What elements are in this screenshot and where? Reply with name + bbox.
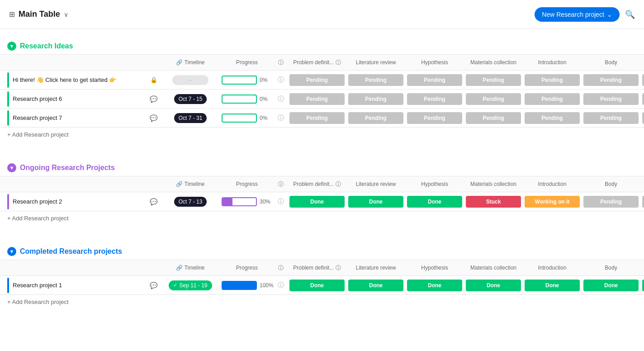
- row-color-bar-rp6: [7, 91, 9, 107]
- info-icon-rp2[interactable]: ⓘ: [278, 198, 284, 206]
- table-row-rp2: Research project 2💬Oct 7 - 1330%ⓘDoneDon…: [0, 192, 644, 211]
- search-icon[interactable]: 🔍: [625, 9, 635, 19]
- status-cell-rp1-1[interactable]: Done: [346, 279, 405, 292]
- table-row-rp1: Research project 1💬✓ Sep 11 - 19100%ⓘDon…: [0, 276, 644, 295]
- status-cell-rp7-3[interactable]: Pending: [464, 111, 523, 125]
- status-cell-rp7-2[interactable]: Pending: [405, 111, 464, 125]
- add-row-text-research-ideas: + Add Research project: [7, 131, 69, 138]
- status-cell-rp7-1[interactable]: Pending: [346, 111, 405, 125]
- row-color-bar-rp1: [7, 278, 9, 293]
- status-cell-rp2-0[interactable]: Done: [288, 195, 346, 209]
- row-name-text-rp1[interactable]: Research project 1: [13, 282, 146, 289]
- timeline-cell-rp7[interactable]: Oct 7 - 31: [161, 113, 220, 123]
- status-cell-rp6-0[interactable]: Pending: [288, 92, 346, 106]
- row-comment-icon-rp7[interactable]: 💬: [150, 114, 157, 122]
- status-cell-rp7-5[interactable]: Pending: [582, 111, 640, 125]
- progress-pct-rp2: 30%: [260, 199, 272, 205]
- col-header-5: Literature review: [346, 178, 405, 190]
- status-badge-rp1-0: Done: [289, 280, 345, 291]
- row-color-bar-rp7: [7, 110, 9, 126]
- status-badge-rp7-0: Pending: [289, 112, 345, 124]
- add-row-ongoing[interactable]: + Add Research project: [0, 211, 644, 225]
- row-comment-icon-rp2[interactable]: 💬: [150, 198, 157, 205]
- status-cell-rp7-4[interactable]: Pending: [523, 111, 582, 125]
- status-cell-rp1-2[interactable]: Done: [405, 279, 464, 292]
- status-cell-rp2-5[interactable]: Pending: [582, 195, 640, 209]
- group-indicator-research-ideas[interactable]: ▼: [7, 42, 16, 51]
- status-cell-rp1-4[interactable]: Done: [523, 279, 582, 292]
- row-name-text-rp2[interactable]: Research project 2: [13, 198, 146, 205]
- status-cell-rp1-5[interactable]: Done: [582, 279, 640, 292]
- table-row-rp6: Research project 6💬Oct 7 - 150%ⓘPendingP…: [0, 90, 644, 109]
- status-cell-rp7-0[interactable]: Pending: [288, 111, 346, 125]
- status-badge-rp1-6: Done: [642, 280, 644, 291]
- row-name-text-rp6[interactable]: Research project 6: [13, 95, 146, 102]
- row-comment-icon-rp6[interactable]: 💬: [150, 95, 157, 103]
- timeline-cell-rp6[interactable]: Oct 7 - 15: [161, 94, 220, 104]
- status-cell-hi-there-3[interactable]: Pending: [464, 73, 523, 87]
- new-research-project-button[interactable]: New Research project ⌄: [535, 7, 620, 22]
- row-name-cell-rp1: Research project 1💬: [7, 278, 161, 293]
- info-icon-cell-rp1: ⓘ: [274, 281, 288, 289]
- group-name-research-ideas: Research Ideas: [20, 42, 73, 50]
- status-cell-rp2-2[interactable]: Done: [405, 195, 464, 209]
- header-chevron-icon[interactable]: ∨: [64, 11, 68, 18]
- status-cell-hi-there-2[interactable]: Pending: [405, 73, 464, 87]
- status-cell-rp6-5[interactable]: Pending: [582, 92, 640, 106]
- status-cell-rp2-3[interactable]: Stuck: [464, 195, 523, 209]
- status-cell-rp2-4[interactable]: Working on it: [523, 195, 582, 209]
- timeline-placeholder-hi-there: -: [172, 75, 208, 85]
- status-badge-hi-there-4: Pending: [525, 74, 580, 86]
- status-cell-rp1-3[interactable]: Done: [464, 279, 523, 292]
- status-cell-rp1-6[interactable]: Done: [640, 279, 644, 292]
- col-header-8: Introduction: [523, 57, 582, 68]
- status-badge-rp7-1: Pending: [348, 112, 403, 124]
- status-cell-hi-there-6[interactable]: Pending: [640, 73, 644, 87]
- status-cell-hi-there-0[interactable]: Pending: [288, 73, 346, 87]
- timeline-cell-rp1[interactable]: ✓ Sep 11 - 19: [161, 280, 220, 290]
- info-icon-rp1[interactable]: ⓘ: [278, 281, 284, 289]
- main-content: ▼Research Ideas🔗 TimelineProgressⓘProble…: [0, 29, 644, 336]
- status-badge-rp1-3: Done: [466, 280, 521, 291]
- status-cell-rp6-1[interactable]: Pending: [346, 92, 405, 106]
- progress-cell-rp6: 0%: [220, 95, 274, 104]
- group-indicator-completed[interactable]: ▼: [7, 247, 16, 256]
- status-cell-rp2-6[interactable]: Pending: [640, 195, 644, 209]
- status-cell-rp6-4[interactable]: Pending: [523, 92, 582, 106]
- status-cell-rp6-3[interactable]: Pending: [464, 92, 523, 106]
- status-cell-rp7-6[interactable]: Pending: [640, 111, 644, 125]
- row-info-icon-hi-there[interactable]: 🔒: [150, 76, 157, 83]
- status-badge-rp1-5: Done: [583, 280, 639, 291]
- status-cell-rp2-1[interactable]: Done: [346, 195, 405, 209]
- status-badge-rp7-5: Pending: [583, 112, 639, 124]
- row-name-text-rp7[interactable]: Research project 7: [13, 114, 146, 121]
- info-icon-cell-rp6: ⓘ: [274, 95, 288, 103]
- status-badge-rp2-4: Working on it: [525, 196, 580, 208]
- col-header-4: Problem definit... ⓘ: [288, 261, 346, 275]
- row-name-cell-rp2: Research project 2💬: [7, 194, 161, 209]
- info-icon-rp7[interactable]: ⓘ: [278, 114, 284, 122]
- row-name-text-hi-there[interactable]: Hi there! 👋 Click here to get started 👉: [13, 76, 147, 83]
- add-row-text-completed: + Add Research project: [7, 299, 69, 305]
- group-name-completed: Completed Research projects: [20, 247, 122, 256]
- status-cell-rp6-6[interactable]: Pending: [640, 92, 644, 106]
- status-cell-hi-there-1[interactable]: Pending: [346, 73, 405, 87]
- progress-bar-wrap-hi-there: [222, 76, 257, 85]
- progress-pct-rp1: 100%: [260, 282, 272, 289]
- status-cell-hi-there-5[interactable]: Pending: [582, 73, 640, 87]
- col-header-2: Progress: [220, 178, 274, 190]
- add-row-research-ideas[interactable]: + Add Research project: [0, 128, 644, 142]
- status-cell-rp6-2[interactable]: Pending: [405, 92, 464, 106]
- timeline-cell-rp2[interactable]: Oct 7 - 13: [161, 197, 220, 207]
- table-row-rp7: Research project 7💬Oct 7 - 310%ⓘPendingP…: [0, 109, 644, 128]
- info-icon-rp6[interactable]: ⓘ: [278, 95, 284, 103]
- status-cell-rp1-0[interactable]: Done: [288, 279, 346, 292]
- row-comment-icon-rp1[interactable]: 💬: [150, 282, 157, 289]
- group-section-research-ideas: ▼Research Ideas🔗 TimelineProgressⓘProble…: [0, 38, 644, 142]
- group-header-research-ideas: ▼Research Ideas: [0, 38, 644, 54]
- status-cell-hi-there-4[interactable]: Pending: [523, 73, 582, 87]
- group-indicator-ongoing[interactable]: ▼: [7, 163, 16, 172]
- timeline-cell-hi-there[interactable]: -: [161, 75, 220, 85]
- info-icon-hi-there[interactable]: ⓘ: [278, 76, 284, 84]
- add-row-completed[interactable]: + Add Research project: [0, 295, 644, 309]
